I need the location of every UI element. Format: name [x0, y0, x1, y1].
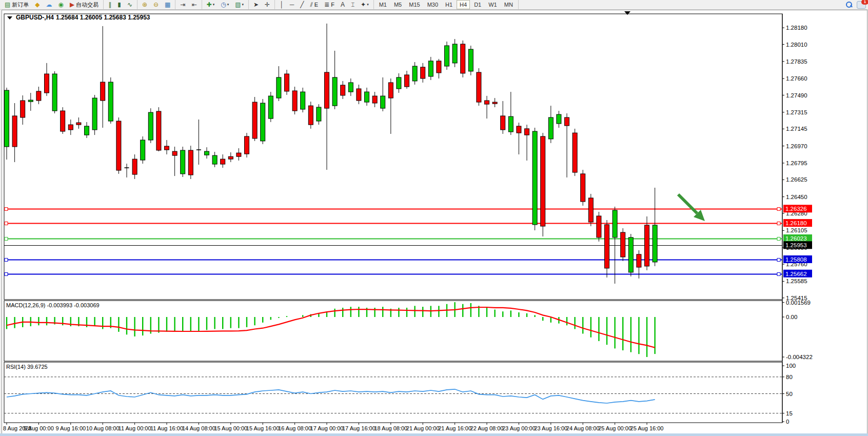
- timeframe-m5-button[interactable]: M5: [391, 0, 405, 9]
- macd-tick-label: 0.001569: [786, 300, 811, 306]
- candle-body: [365, 92, 369, 102]
- deposit-icon[interactable]: ◆: [32, 0, 42, 9]
- candle-body: [628, 237, 633, 272]
- candle-body: [188, 150, 193, 175]
- timeframe-h4-button[interactable]: H4: [457, 0, 470, 9]
- candle-body: [132, 159, 137, 174]
- line-right-handle[interactable]: [777, 208, 780, 211]
- horizontal-line-button[interactable]: ─: [287, 0, 297, 9]
- line-left-handle[interactable]: [5, 237, 8, 241]
- candle-body: [76, 123, 81, 125]
- line-chart-type-button[interactable]: ∿: [125, 0, 135, 9]
- candle-body: [52, 74, 57, 111]
- line-left-handle[interactable]: [5, 222, 8, 225]
- candlestick-chart-type-button[interactable]: ▮: [115, 0, 124, 9]
- indicators-button[interactable]: ✚▾: [204, 0, 218, 9]
- indicators-button-dropdown-arrow[interactable]: ▾: [213, 3, 215, 7]
- zoom-out-button[interactable]: ⊖: [151, 0, 161, 9]
- date-tick-label: 16 Aug 08:00: [278, 425, 311, 431]
- text-label-button[interactable]: ⌶: [348, 0, 357, 9]
- candle-body: [357, 89, 361, 101]
- line-left-handle[interactable]: [5, 259, 8, 262]
- timeframe-m30-button[interactable]: M30: [424, 0, 441, 9]
- price-tick-label: 1.25585: [786, 278, 807, 284]
- line-right-handle[interactable]: [777, 222, 780, 225]
- candle-body: [325, 72, 329, 108]
- timeframe-d1-button[interactable]: D1: [471, 0, 484, 9]
- chart-shift-button[interactable]: ⇤: [189, 0, 200, 9]
- tile-windows-button[interactable]: ▦: [162, 0, 173, 9]
- candle-body: [573, 133, 577, 172]
- line-right-handle[interactable]: [777, 273, 780, 276]
- candle-body: [301, 92, 305, 109]
- candle-body: [581, 174, 585, 202]
- candle-body: [261, 103, 265, 141]
- candle-body: [341, 85, 345, 95]
- candle-body: [532, 131, 537, 225]
- zoom-in-button[interactable]: ⊕: [140, 0, 150, 9]
- chart-window: 1.281801.280101.278351.276601.274901.273…: [2, 10, 867, 434]
- line-left-handle[interactable]: [5, 208, 8, 211]
- periods-button-dropdown-arrow[interactable]: ▾: [227, 3, 229, 7]
- chat-icon[interactable]: 1: [857, 1, 866, 9]
- trendline-button[interactable]: ╱: [298, 0, 306, 9]
- candle-body: [156, 111, 161, 150]
- auto-scroll-button[interactable]: ⇥: [177, 0, 188, 9]
- timeframe-w1-button[interactable]: W1: [485, 0, 500, 9]
- price-tag-label: 1.25662: [785, 271, 807, 277]
- candle-body: [332, 77, 337, 106]
- cursor-button[interactable]: ➤: [251, 0, 261, 9]
- autotrade-button-label: 自动交易: [76, 1, 98, 9]
- autotrade-button[interactable]: ▶自动交易: [67, 0, 101, 9]
- candle-body: [508, 116, 513, 132]
- price-tick-label: 1.26625: [786, 176, 807, 183]
- vertical-line-button[interactable]: │: [277, 0, 286, 9]
- candle-body: [381, 96, 385, 108]
- trendline-glyph: ╱: [300, 1, 304, 8]
- templates-button-dropdown-arrow[interactable]: ▾: [242, 3, 244, 7]
- crosshair-button[interactable]: ✛: [262, 0, 272, 9]
- templates-glyph: ▧: [235, 1, 241, 8]
- price-tag-label: 1.26180: [785, 220, 807, 226]
- channel-button[interactable]: ⫽E: [307, 0, 321, 9]
- candle-body: [405, 75, 409, 87]
- periods-button[interactable]: ◷▾: [218, 0, 231, 9]
- bar-chart-type-button[interactable]: ∥: [106, 0, 114, 9]
- price-tag-label: 1.26326: [785, 206, 807, 212]
- templates-button[interactable]: ▧▾: [232, 0, 246, 9]
- candle-body: [108, 82, 113, 121]
- rsi-tick-label: 0: [786, 419, 789, 425]
- date-tick-label: 21 Aug 00:00: [406, 425, 440, 431]
- candlestick-chart-type-glyph: ▮: [117, 1, 121, 8]
- candle-body: [317, 107, 321, 121]
- fibonacci-button[interactable]: ≣F: [322, 0, 337, 9]
- line-right-handle[interactable]: [777, 237, 780, 241]
- toolbar-group-6: │─╱⫽E≣FA⌶✦▾: [275, 0, 374, 9]
- timeframe-m1-button[interactable]: M1: [376, 0, 390, 9]
- line-left-handle[interactable]: [5, 273, 8, 276]
- search-icon[interactable]: [845, 1, 853, 8]
- candle-body: [485, 101, 489, 104]
- community-icon[interactable]: ☁: [44, 0, 55, 9]
- text-button[interactable]: A: [338, 0, 347, 9]
- candle-body: [85, 126, 89, 135]
- timeframe-h1-button[interactable]: H1: [442, 0, 456, 9]
- line-right-handle[interactable]: [777, 259, 780, 262]
- date-tick-label: 24 Aug 08:00: [566, 425, 600, 431]
- new-order-button[interactable]: ▤新订单: [2, 0, 31, 9]
- shapes-button[interactable]: ✦▾: [358, 0, 371, 9]
- candle-body: [61, 111, 65, 131]
- shapes-button-dropdown-arrow[interactable]: ▾: [367, 3, 369, 7]
- candle-body: [637, 254, 641, 267]
- candle-body: [588, 198, 593, 222]
- price-tick-label: 1.27315: [786, 109, 807, 115]
- timeframe-mn-button[interactable]: MN: [501, 0, 516, 9]
- signals-icon[interactable]: ◉: [56, 0, 66, 9]
- candle-body: [5, 90, 9, 147]
- chart-surface[interactable]: 1.281801.280101.278351.276601.274901.273…: [2, 10, 867, 434]
- main-toolbar: ▤新订单◆☁◉▶自动交易∥▮∿⊕⊖▦⇥⇤✚▾◷▾▧▾➤✛│─╱⫽E≣FA⌶✦▾M…: [0, 0, 868, 10]
- date-tick-label: 25 Aug 16:00: [630, 425, 664, 431]
- timeframe-m15-button[interactable]: M15: [406, 0, 423, 9]
- candle-body: [477, 72, 481, 102]
- toolbar-group-4: ✚▾◷▾▧▾: [202, 0, 249, 9]
